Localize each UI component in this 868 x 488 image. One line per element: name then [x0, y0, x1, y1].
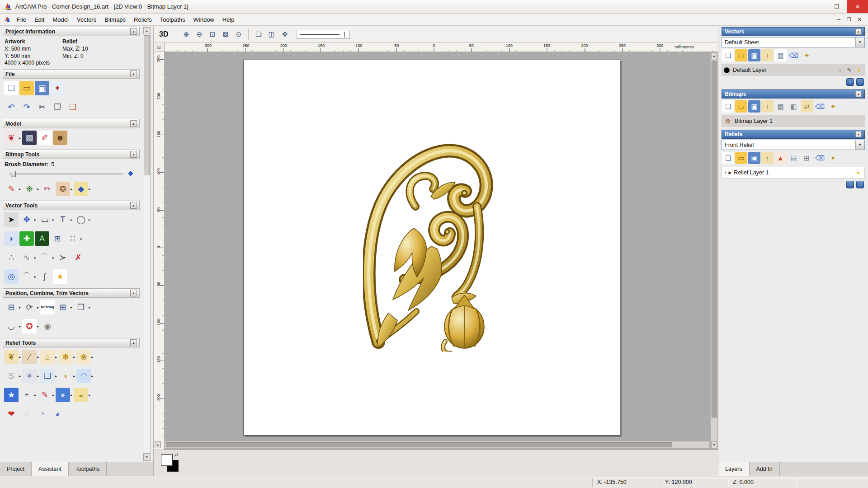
- group-vectors-icon[interactable]: ❐: [74, 300, 88, 314]
- chevron-down-icon[interactable]: ▼: [855, 38, 864, 47]
- flyout-arrow-icon[interactable]: ▸: [19, 187, 21, 191]
- paste-relief-icon[interactable]: ❏: [40, 369, 55, 383]
- relief-select[interactable]: Front Relief ▼: [722, 140, 865, 150]
- foreground-color-swatch[interactable]: [161, 454, 173, 466]
- ruler-corner[interactable]: ⊞: [154, 43, 165, 52]
- turn-icon[interactable]: ❀: [76, 350, 91, 364]
- menu-vectors[interactable]: Vectors: [73, 14, 100, 25]
- artwork-page[interactable]: [243, 60, 620, 436]
- new-sheet-icon[interactable]: ❏: [722, 49, 734, 61]
- flyout-arrow-icon[interactable]: ▸: [37, 187, 39, 191]
- expand-icon[interactable]: ▶: [728, 170, 731, 175]
- grid-icon[interactable]: ⊞: [50, 231, 65, 246]
- flyout-arrow-icon[interactable]: ▸: [37, 374, 39, 378]
- mdi-restore-button[interactable]: ❐: [847, 17, 851, 23]
- fit-page-icon[interactable]: ❏: [252, 28, 264, 40]
- flyout-arrow-icon[interactable]: ▸: [19, 305, 21, 310]
- shape-editor-icon[interactable]: ❦: [4, 350, 19, 364]
- flyout-arrow-icon[interactable]: ▸: [89, 305, 90, 310]
- line-width-selector[interactable]: [297, 30, 350, 39]
- menu-reliefs[interactable]: Reliefs: [130, 14, 156, 25]
- flyout-arrow-icon[interactable]: ▸: [73, 374, 75, 378]
- flyout-arrow-icon[interactable]: ▸: [52, 393, 54, 397]
- slider-track[interactable]: [9, 174, 123, 174]
- chevron-down-icon[interactable]: ▼: [855, 140, 864, 150]
- flyout-arrow-icon[interactable]: ▸: [89, 218, 90, 222]
- flyout-arrow-icon[interactable]: ▸: [37, 305, 39, 310]
- delete-vector-layer-icon[interactable]: ⌫: [788, 49, 800, 61]
- slider-handle[interactable]: [11, 171, 16, 177]
- maximize-button[interactable]: ❐: [826, 0, 847, 13]
- flyout-arrow-icon[interactable]: ▸: [91, 374, 93, 378]
- save-relief-icon[interactable]: ▣: [748, 152, 760, 164]
- layer-visibility-icon[interactable]: ●: [855, 66, 863, 74]
- texture-relief-icon[interactable]: ●: [56, 388, 70, 402]
- redo-icon[interactable]: ↷: [19, 100, 34, 114]
- merge-vector-layers-icon[interactable]: ✦: [801, 49, 813, 61]
- create-plus-icon[interactable]: ✚: [19, 231, 34, 246]
- new-model-icon[interactable]: ❏: [4, 81, 19, 95]
- measure-icon[interactable]: ◯: [74, 212, 88, 227]
- snap-grid-icon[interactable]: ◗: [4, 231, 19, 246]
- tab-assistant[interactable]: Assistant: [32, 462, 69, 476]
- flood-fill-icon[interactable]: ◆: [74, 182, 88, 196]
- fit-width-icon[interactable]: ◫: [265, 28, 278, 40]
- pan-view-icon[interactable]: ✥: [278, 28, 291, 40]
- new-bitmap-layer-icon[interactable]: ❏: [722, 100, 734, 113]
- mdi-close-button[interactable]: ✕: [858, 17, 862, 23]
- create-rectangle-icon[interactable]: ▭: [38, 212, 52, 227]
- flyout-arrow-icon[interactable]: ▸: [37, 355, 39, 359]
- flyout-arrow-icon[interactable]: ▸: [71, 187, 72, 191]
- select-vectors-icon[interactable]: ➤: [4, 212, 19, 227]
- copy-icon[interactable]: ❐: [50, 100, 65, 114]
- star-relief-icon[interactable]: ★: [4, 388, 19, 402]
- flyout-arrow-icon[interactable]: ▸: [52, 256, 54, 260]
- edit-layer-icon[interactable]: ✎: [845, 66, 853, 74]
- weld-vectors-icon[interactable]: ✪: [22, 319, 37, 333]
- flyout-arrow-icon[interactable]: ▸: [34, 218, 36, 222]
- flyout-arrow-icon[interactable]: ▸: [89, 187, 90, 191]
- transform-vectors-icon[interactable]: ✥: [19, 212, 34, 227]
- move-layer-down-icon[interactable]: ↓: [856, 181, 864, 188]
- scroll-down-icon[interactable]: ▼: [711, 441, 717, 448]
- spin-icon[interactable]: ✽: [58, 350, 73, 364]
- node-edit-icon[interactable]: ∫: [38, 269, 52, 284]
- menu-model[interactable]: Model: [48, 14, 72, 25]
- swap-colours-icon[interactable]: ⇄: [175, 452, 178, 457]
- save-model-icon[interactable]: ▣: [35, 81, 49, 95]
- delete-bitmap-layer-icon[interactable]: ⌫: [814, 100, 826, 113]
- flyout-arrow-icon[interactable]: ▸: [55, 355, 57, 359]
- merge-bitmap-layers-icon[interactable]: ✦: [827, 100, 839, 113]
- corner-design-relief[interactable]: [363, 143, 505, 352]
- offset-vector-icon[interactable]: ◎: [4, 269, 19, 284]
- flyout-arrow-icon[interactable]: ▸: [19, 324, 21, 328]
- invert-relief-icon[interactable]: ▩: [22, 131, 37, 145]
- face-wizard-icon[interactable]: ☻: [53, 131, 67, 145]
- tab-project[interactable]: Project: [0, 462, 32, 476]
- move-layer-down-icon[interactable]: ↓: [856, 78, 864, 86]
- pillow-icon[interactable]: ◓: [19, 388, 34, 402]
- paint-selective-icon[interactable]: ❉: [22, 182, 37, 196]
- menu-window[interactable]: Window: [189, 14, 218, 25]
- mdi-minimize-button[interactable]: ─: [837, 17, 840, 23]
- flyout-arrow-icon[interactable]: ▸: [71, 218, 72, 222]
- open-bitmap-icon[interactable]: ▭: [735, 100, 747, 113]
- close-button[interactable]: ✕: [847, 0, 868, 13]
- menu-edit[interactable]: Edit: [30, 14, 48, 25]
- paste-icon[interactable]: ❑: [66, 100, 80, 114]
- vertical-scrollbar[interactable]: ▲ ▼: [710, 52, 718, 449]
- flyout-arrow-icon[interactable]: ▸: [55, 374, 57, 378]
- new-relief-layer-icon[interactable]: ❏: [722, 152, 734, 164]
- flyout-arrow-icon[interactable]: ▸: [80, 237, 82, 241]
- flyout-arrow-icon[interactable]: ▸: [19, 355, 21, 359]
- relief-layer-row[interactable]: + ▶ Relief Layer 1 ●: [722, 167, 865, 178]
- vector-text-icon[interactable]: A: [35, 231, 49, 246]
- offset-relief-icon[interactable]: ◒: [74, 388, 88, 402]
- flyout-arrow-icon[interactable]: ▸: [89, 393, 90, 397]
- rollup-button[interactable]: ▲: [130, 70, 137, 77]
- sweep-icon[interactable]: S: [4, 369, 19, 383]
- assistant-scrollbar[interactable]: ▲ ▼: [143, 27, 151, 461]
- vertical-scrollbar-thumb[interactable]: [712, 61, 717, 418]
- flyout-arrow-icon[interactable]: ▸: [73, 355, 75, 359]
- rollup-button[interactable]: ▲: [130, 339, 137, 346]
